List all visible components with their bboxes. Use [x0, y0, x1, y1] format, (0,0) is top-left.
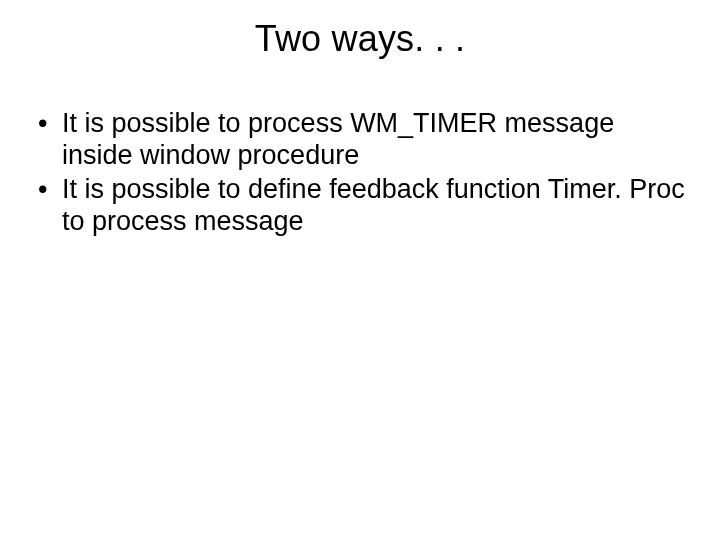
slide-title: Two ways. . .	[30, 18, 690, 60]
list-item: It is possible to define feedback functi…	[34, 174, 690, 238]
slide-container: Two ways. . . It is possible to process …	[0, 0, 720, 540]
bullet-list: It is possible to process WM_TIMER messa…	[30, 108, 690, 237]
list-item: It is possible to process WM_TIMER messa…	[34, 108, 690, 172]
